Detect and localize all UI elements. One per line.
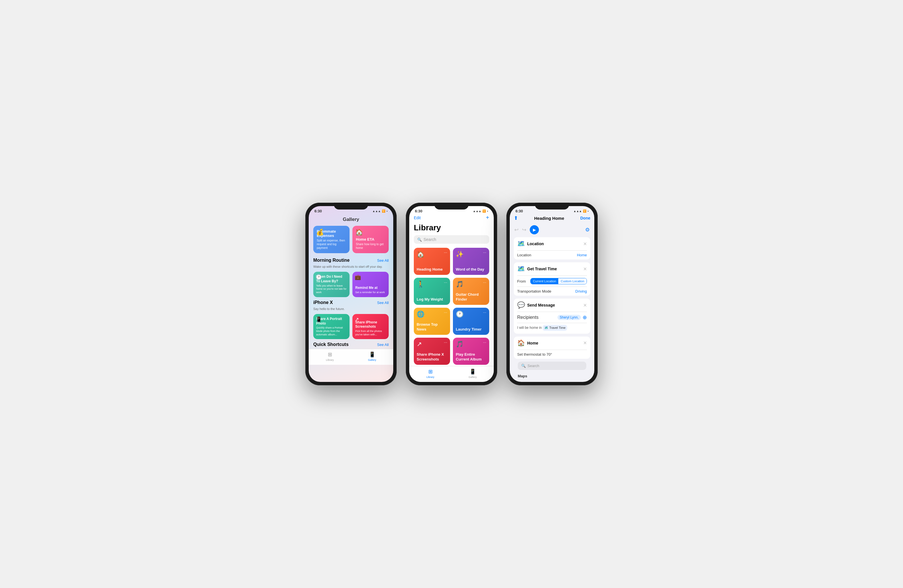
bottom-search[interactable]: 🔍 Search [518,362,586,370]
message-close-btn[interactable]: ✕ [583,303,587,308]
tab-gallery-1[interactable]: 📱 Gallery [351,351,393,361]
word-title: Word of the Day [456,267,486,272]
detail-title: Heading Home [534,216,564,221]
remind-me-desc: Set a reminder for at work [355,291,386,294]
tab-library-1[interactable]: ⊞ Library [309,351,351,361]
hero-card-eta[interactable]: 🏠 Home ETA Share how long to get home [352,226,389,253]
recipients-row: Recipients Sheryl Lynn, ⊕ [514,312,590,323]
signal-icon-2: ▲▲▲ [473,210,481,213]
heading-home-card[interactable]: 🏠 ··· Heading Home [414,248,450,275]
thermostat-row: Set thermostat to 70° [514,350,590,359]
transport-value[interactable]: Driving [576,289,587,293]
settings-icon[interactable]: ⚙ [585,227,590,233]
travel-time-card: 🗺️ Get Travel Time ✕ From Current Locati… [514,262,590,296]
status-icons-2: ▲▲▲ 🛜 ▪ [473,210,488,213]
location-label: Location [517,253,531,257]
action-cards-container: 🗺️ Location ✕ Location Home 🗺️ Get Trave… [510,237,594,382]
travel-time-tag[interactable]: 🗺️ Travel Time [543,325,567,331]
gallery-tab-label-1: Gallery [368,359,376,361]
expenses-desc: Split an expense, then request and log p… [317,238,346,250]
location-close-btn[interactable]: ✕ [583,241,587,247]
travel-close-btn[interactable]: ✕ [583,266,587,272]
quick-shortcuts-see-all[interactable]: See All [377,342,389,347]
heading-home-icon: 🏠 [417,251,424,258]
playback-controls: ↩ ↪ ▶ ⚙ [510,224,594,237]
guitar-dots[interactable]: ··· [483,280,486,285]
share-screenshots-card[interactable]: ↗ ··· Share iPhone X Screenshots [414,338,450,365]
tab-library-2[interactable]: ⊞ Library [409,368,452,378]
search-bar[interactable]: 🔍 Search [414,235,489,244]
browse-news-card[interactable]: 🌐 ··· Browse Top News [414,308,450,335]
screenshots-card[interactable]: ↗ Share iPhone Screenshots Pick from all… [352,314,389,339]
iphone-x-see-all[interactable]: See All [377,301,389,305]
play-title: Play Entire Current Album [456,352,486,362]
custom-location-btn[interactable]: Custom Location [558,278,587,284]
library-tab-label-1: Library [326,359,334,361]
play-dots[interactable]: ··· [483,340,486,345]
home-card: 🏠 Home ✕ Set thermostat to 70° [514,337,590,359]
location-toggle[interactable]: Current Location Custom Location [530,278,587,284]
transport-label: Transportation Mode [517,289,551,293]
library-tab-icon-2: ⊞ [428,368,433,375]
home-card-title: Home [527,341,581,345]
remind-me-card[interactable]: 💼 Remind Me at Set a reminder for at wor… [352,272,389,297]
bottom-search-icon: 🔍 [521,364,526,368]
laundry-dots[interactable]: ··· [483,310,486,315]
tab-bar-2: ⊞ Library 📱 Gallery [409,366,494,382]
library-tab-label-2: Library [426,376,434,378]
message-text: I will be home in [517,326,543,330]
tab-gallery-2[interactable]: 📱 Gallery [452,368,494,378]
portrait-desc: Quickly share a Portrait Mode photo from… [316,326,347,336]
word-dots[interactable]: ··· [483,250,486,255]
heading-home-dots[interactable]: ··· [444,250,447,255]
edit-button[interactable]: Edit [414,215,421,220]
iphone-x-desc: Say hello to the future. [309,307,393,311]
transport-row: Transportation Mode Driving [514,287,590,296]
search-icon: 🔍 [417,237,422,242]
play-album-card[interactable]: 🎵 ··· Play Entire Current Album [453,338,489,365]
time-1: 6:30 [315,209,322,213]
hero-card-expenses[interactable]: 💰 Roommate Expenses Split an expense, th… [313,226,349,253]
portrait-card[interactable]: 📱 Share A Portrait Photo Quickly share a… [313,314,349,339]
word-of-day-card[interactable]: ✨ ··· Word of the Day [453,248,489,275]
leave-by-desc: Tells you when to leave home so you're n… [316,284,347,294]
current-location-btn[interactable]: Current Location [530,278,558,284]
redo-icon[interactable]: ↪ [522,227,526,233]
expenses-icon: 💰 [316,229,324,236]
battery-icon-2: ▪ [487,210,488,213]
share-icon: ↗ [417,340,422,348]
signal-icon-1: ▲▲▲ [373,210,381,213]
morning-routine-see-all[interactable]: See All [377,258,389,263]
add-recipient-btn[interactable]: ⊕ [582,314,587,321]
wifi-icon-2: 🛜 [482,210,486,213]
location-value[interactable]: Home [577,253,587,257]
rewind-icon[interactable]: ↩ [514,227,519,233]
library-nav: Edit + [409,214,494,223]
weight-dots[interactable]: ··· [444,280,447,285]
word-icon: ✨ [456,251,464,258]
home-close-btn[interactable]: ✕ [583,340,587,346]
notch-2 [434,203,469,210]
guitar-card[interactable]: 🎵 ··· Guitar Chord Finder [453,278,489,305]
log-weight-card[interactable]: 🚶 ··· Log My Weight [414,278,450,305]
phone-2: 6:30 ▲▲▲ 🛜 ▪ Edit + Library 🔍 Search 🏠 ·… [406,203,497,385]
news-dots[interactable]: ··· [444,310,447,315]
guitar-icon: 🎵 [456,281,464,288]
control-buttons: ↩ ↪ ▶ [514,225,539,234]
eta-desc: Share how long to get home [356,242,385,250]
share-button[interactable]: ⬆ [514,215,518,221]
play-button[interactable]: ▶ [530,225,539,234]
leave-by-card[interactable]: 🕐 When Do I Need To Leave By? Tells you … [313,272,349,297]
share-dots[interactable]: ··· [444,340,447,345]
phone-1: 6:30 ▲▲▲ 🛜 ▪ Gallery 💰 Roommate Expenses… [305,203,396,385]
wifi-icon-3: 🛜 [583,210,586,213]
battery-icon-1: ▪ [386,210,387,213]
laundry-card[interactable]: 🕐 ··· Laundry Timer [453,308,489,335]
done-button[interactable]: Done [580,216,590,220]
quick-shortcuts-header: Quick Shortcuts See All [309,342,393,347]
portrait-icon: 📱 [316,316,322,323]
thermostat-label: Set thermostat to 70° [517,352,552,356]
gallery-header: Gallery [309,214,393,226]
recipient-chip[interactable]: Sheryl Lynn, [557,315,581,320]
add-button[interactable]: + [486,214,489,221]
